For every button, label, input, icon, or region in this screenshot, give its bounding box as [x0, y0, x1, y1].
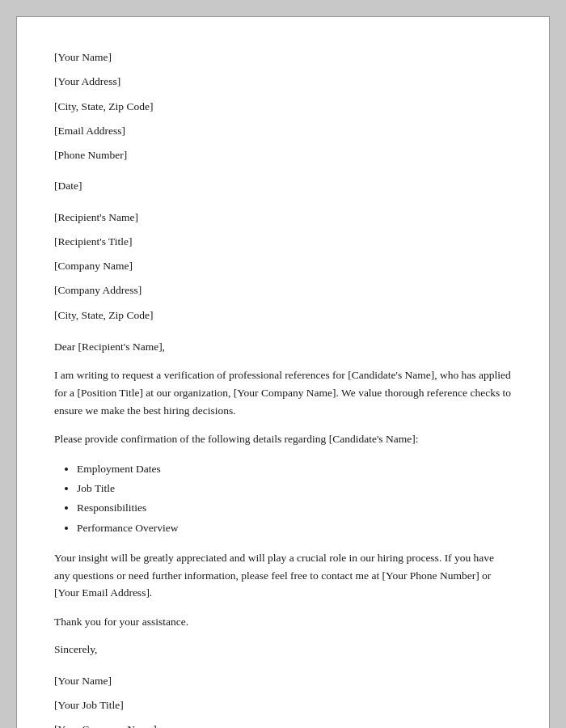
body-paragraph-3: Your insight will be greatly appreciated…	[54, 549, 512, 602]
closing-company: [Your Company Name]	[54, 722, 512, 728]
list-item-performance-overview: Performance Overview	[77, 518, 512, 538]
sender-email: [Email Address]	[54, 123, 512, 139]
recipient-company: [Company Name]	[54, 258, 512, 274]
sender-address: [Your Address]	[54, 74, 512, 90]
sender-name: [Your Name]	[54, 49, 512, 66]
recipient-address: [Company Address]	[54, 282, 512, 298]
letter-date: [Date]	[54, 178, 512, 194]
closing-line: Thank you for your assistance.	[54, 613, 512, 631]
closing-job-title: [Your Job Title]	[54, 697, 512, 713]
closing-salutation: Sincerely,	[54, 641, 512, 658]
letter-document: [Your Name] [Your Address] [City, State,…	[16, 16, 550, 728]
closing-name: [Your Name]	[54, 673, 512, 689]
salutation: Dear [Recipient's Name],	[54, 338, 512, 356]
sender-phone: [Phone Number]	[54, 147, 512, 163]
list-item-responsibilities: Responsibilities	[77, 498, 512, 518]
sender-city-state-zip: [City, State, Zip Code]	[54, 99, 512, 115]
recipient-title: [Recipient's Title]	[54, 234, 512, 250]
recipient-city-state-zip: [City, State, Zip Code]	[54, 307, 512, 324]
list-item-job-title: Job Title	[77, 479, 512, 498]
body-paragraph-1: I am writing to request a verification o…	[54, 366, 512, 419]
recipient-name: [Recipient's Name]	[54, 210, 512, 226]
list-item-employment-dates: Employment Dates	[77, 459, 512, 479]
detail-list: Employment Dates Job Title Responsibilit…	[54, 459, 512, 538]
body-paragraph-2: Please provide confirmation of the follo…	[54, 430, 512, 448]
